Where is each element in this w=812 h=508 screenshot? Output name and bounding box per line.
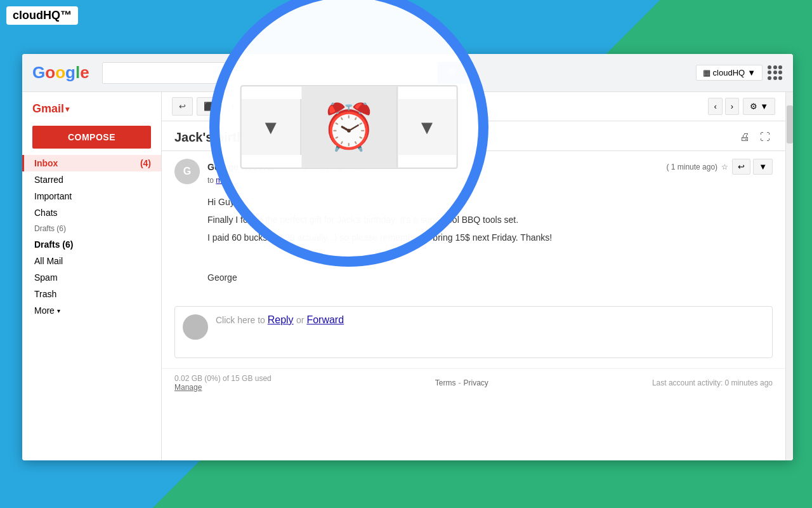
pagination: ‹ › <box>708 98 739 115</box>
settings-dropdown-icon: ▼ <box>760 102 768 111</box>
terms-link[interactable]: Terms <box>435 378 456 387</box>
snooze-clock-button[interactable]: ⏰ <box>271 97 295 116</box>
cloudhq-account-button[interactable]: ▦ cloudHQ ▼ <box>696 65 763 81</box>
sidebar-item-inbox[interactable]: Inbox (4) <box>22 155 161 171</box>
snooze-dropdown-arrow-left: ▼ <box>252 102 260 111</box>
sidebar-item-label-important: Important <box>34 191 72 201</box>
sidebar-item-label-inbox: Inbox <box>34 158 58 168</box>
main-email-area: ↩ ⬛ ! ▼ ⏰ ▼ 🏷 <box>162 92 785 460</box>
sidebar-item-important[interactable]: Important <box>22 188 161 204</box>
star-icon[interactable]: ☆ <box>721 163 728 171</box>
sidebar: Gmail ▾ COMPOSE Inbox (4) Starred Import… <box>22 92 162 460</box>
sender-name: George Roberts <box>207 162 275 172</box>
expand-icon: ⛶ <box>760 131 770 142</box>
labels-button[interactable]: 🏷 ▼ <box>324 97 355 116</box>
content-area: Gmail ▾ COMPOSE Inbox (4) Starred Import… <box>22 92 793 460</box>
last-activity-text: Last account activity: 0 minutes ago <box>652 378 773 387</box>
back-button[interactable]: ↩ <box>172 97 193 116</box>
report-icon: ! <box>232 102 234 111</box>
message-body: Hi Guys, Finally I found the perfect gif… <box>174 195 773 286</box>
sidebar-item-drafts[interactable]: Drafts (6) <box>22 236 161 253</box>
sidebar-item-label-chats: Chats <box>34 208 58 218</box>
more-dropdown-icon: ▾ <box>57 307 60 314</box>
search-input[interactable] <box>103 68 438 78</box>
body-line-2: Finally I found the perfect gift for Jac… <box>207 213 773 228</box>
storage-text: 0.02 GB (0%) of 15 GB used <box>174 374 272 383</box>
sidebar-item-chats[interactable]: Chats <box>22 204 161 221</box>
scrollbar[interactable] <box>785 92 793 460</box>
settings-icon: ⚙ <box>750 102 757 111</box>
scrollbar-thumb[interactable] <box>787 105 793 144</box>
archive-icon: ⬛ <box>204 102 214 111</box>
email-footer: 0.02 GB (0%) of 15 GB used Manage Terms … <box>162 368 785 397</box>
search-icon: 🔍 <box>447 67 460 79</box>
labels-icon: 🏷 <box>331 102 339 111</box>
sidebar-item-label-spam: Spam <box>34 272 58 283</box>
sender-line: George Roberts <GeorgeR@junglema...> ( 1… <box>207 159 773 175</box>
footer-dash: - <box>458 378 461 387</box>
to-me-link[interactable]: me <box>216 176 226 185</box>
top-right-actions: ▦ cloudHQ ▼ <box>696 65 783 81</box>
body-line-3: I paid 60 bucks (59.99 actually...) so p… <box>207 231 773 246</box>
privacy-link[interactable]: Privacy <box>463 378 488 387</box>
cloudhq-logo: cloudHQ™ <box>6 6 78 25</box>
gmail-window: Google 🔍 ▦ cloudHQ ▼ Gmail ▾ <box>22 54 793 460</box>
message-header: G George Roberts <GeorgeR@junglema...> (… <box>174 159 773 185</box>
prev-page-button[interactable]: ‹ <box>708 98 722 115</box>
print-icon: 🖨 <box>740 131 750 142</box>
sidebar-item-label-drafts-header: Drafts (6) <box>34 224 66 233</box>
body-line-4 <box>207 248 773 263</box>
sidebar-item-starred[interactable]: Starred <box>22 171 161 188</box>
reply-link[interactable]: Reply <box>268 314 294 325</box>
snooze-dropdown-right[interactable]: ▼ <box>299 97 321 116</box>
to-dropdown-icon[interactable]: ▾ <box>228 176 232 185</box>
settings-button[interactable]: ⚙ ▼ <box>743 98 775 115</box>
cloudhq-dropdown-icon: ▼ <box>747 68 756 77</box>
next-icon: › <box>731 102 733 111</box>
snooze-dropdown-left[interactable]: ▼ <box>245 97 267 116</box>
reply-inner: Click here to Reply or Forward <box>175 307 772 358</box>
reply-area: Click here to Reply or Forward <box>174 306 773 358</box>
sidebar-item-spam[interactable]: Spam <box>22 269 161 286</box>
top-bar: Google 🔍 ▦ cloudHQ ▼ <box>22 54 793 92</box>
email-message: G George Roberts <GeorgeR@junglema...> (… <box>162 151 785 296</box>
prev-icon: ‹ <box>714 102 716 111</box>
inbox-count: (4) <box>140 158 151 168</box>
sender-email: <GeorgeR@junglema...> <box>280 162 372 171</box>
cloudhq-grid-icon: ▦ <box>703 68 710 77</box>
time-text: ( 1 minute ago) <box>666 163 717 171</box>
body-signature: George <box>207 271 773 286</box>
more-dropdown-icon: ▼ <box>388 103 394 110</box>
reply-dropdown-button[interactable]: ▼ <box>753 159 773 175</box>
reply-icon: ↩ <box>738 162 745 171</box>
sidebar-item-trash[interactable]: Trash <box>22 286 161 302</box>
reply-avatar <box>183 314 208 340</box>
footer-storage: 0.02 GB (0%) of 15 GB used Manage <box>174 374 272 392</box>
reply-actions: ↩ ▼ <box>732 159 773 175</box>
sidebar-item-allmail[interactable]: All Mail <box>22 253 161 269</box>
sidebar-item-label-allmail: All Mail <box>34 256 63 266</box>
sidebar-item-more[interactable]: More ▾ <box>22 302 161 319</box>
report-button[interactable]: ! <box>225 97 241 116</box>
manage-link[interactable]: Manage <box>174 383 202 392</box>
snooze-dropdown-arrow-right: ▼ <box>306 102 314 111</box>
sidebar-item-label-trash: Trash <box>34 289 56 299</box>
forward-link[interactable]: Forward <box>306 314 344 325</box>
gmail-label[interactable]: Gmail ▾ <box>22 98 161 119</box>
apps-icon[interactable] <box>768 65 783 81</box>
archive-button[interactable]: ⬛ <box>197 97 221 116</box>
more-button[interactable]: More ▼ <box>359 97 401 116</box>
print-button[interactable]: 🖨 <box>737 129 752 145</box>
next-page-button[interactable]: › <box>725 98 739 115</box>
email-subject: Jack's birthday <box>174 130 266 145</box>
reply-button[interactable]: ↩ <box>732 159 750 175</box>
search-button[interactable]: 🔍 <box>438 62 469 84</box>
sidebar-item-label-more: More <box>34 305 55 316</box>
body-line-1: Hi Guys, <box>207 195 773 210</box>
expand-button[interactable]: ⛶ <box>757 129 773 145</box>
reply-prefix: Click here to <box>216 315 268 325</box>
footer-links: Terms - Privacy <box>435 378 488 387</box>
compose-button[interactable]: COMPOSE <box>32 126 151 149</box>
sidebar-item-drafts-header: Drafts (6) <box>22 221 161 236</box>
reply-placeholder-text[interactable]: Click here to Reply or Forward <box>216 314 344 326</box>
